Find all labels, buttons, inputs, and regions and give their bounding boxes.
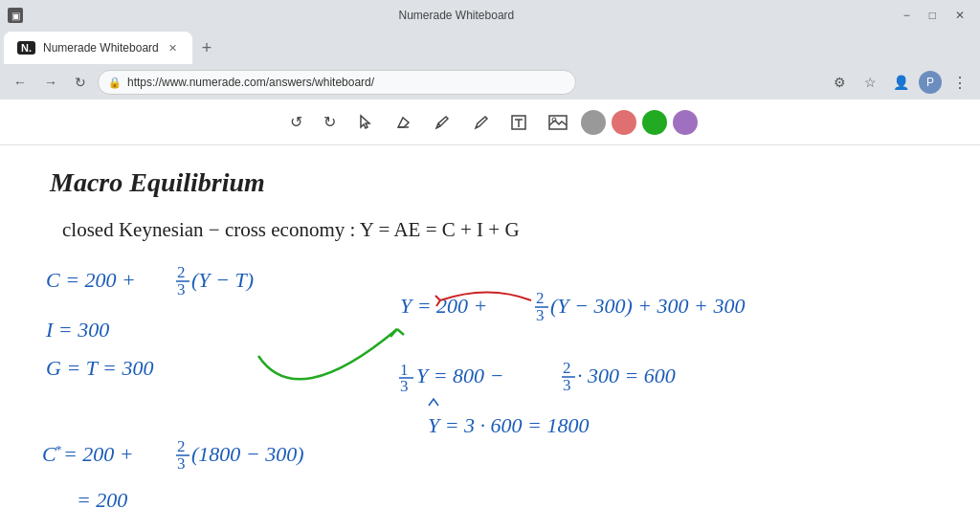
svg-text:Y = 800 −: Y = 800 − <box>416 364 503 387</box>
cursor-icon <box>357 114 374 131</box>
pen-icon <box>434 114 451 131</box>
select-tool-button[interactable] <box>349 108 382 137</box>
eraser-tool-button[interactable] <box>388 108 420 137</box>
pen-tool-button[interactable] <box>426 108 458 137</box>
svg-text:C = 200 +: C = 200 + <box>46 268 136 292</box>
svg-text:closed  Keynesian − cross  eco: closed Keynesian − cross economy : Y = A… <box>62 218 520 241</box>
redo-button[interactable]: ↻ <box>316 107 344 137</box>
lock-icon: 🔒 <box>108 77 122 89</box>
image-icon <box>548 114 568 131</box>
tab-favicon: N. <box>17 41 35 55</box>
text-icon <box>510 114 527 131</box>
whiteboard-canvas[interactable]: Macro Equilibrium closed Keynesian − cro… <box>0 145 980 530</box>
svg-text:(Y − T): (Y − T) <box>191 268 254 292</box>
address-bar[interactable]: 🔒 https://www.numerade.com/answers/white… <box>98 70 576 95</box>
forward-button[interactable]: → <box>38 71 63 94</box>
svg-text:Y = 3 · 600 = 1800: Y = 3 · 600 = 1800 <box>428 413 589 437</box>
svg-text:I = 300: I = 300 <box>45 318 109 342</box>
refresh-button[interactable]: ↻ <box>69 71 92 94</box>
svg-text:= 200 +: = 200 + <box>63 442 134 466</box>
svg-text:3: 3 <box>536 306 545 324</box>
svg-text:3: 3 <box>177 454 186 473</box>
eraser-icon <box>395 114 412 131</box>
color-purple[interactable] <box>673 110 698 135</box>
bookmark-button[interactable]: ☆ <box>858 70 882 95</box>
svg-text:(Y − 300) + 300 + 300: (Y − 300) + 300 + 300 <box>550 294 745 318</box>
svg-text:2: 2 <box>536 289 545 307</box>
undo-button[interactable]: ↺ <box>282 107 310 137</box>
profile-avatar[interactable]: P <box>919 71 942 94</box>
svg-text:C: C <box>42 442 56 466</box>
svg-line-1 <box>438 123 440 126</box>
color-pink[interactable] <box>612 110 636 135</box>
special-pen-button[interactable] <box>464 108 497 137</box>
new-tab-button[interactable]: + <box>194 38 220 58</box>
svg-text:2: 2 <box>177 263 186 281</box>
window-title: Numerade Whiteboard <box>27 9 886 22</box>
svg-text:3: 3 <box>400 377 409 395</box>
svg-text:3: 3 <box>563 376 571 394</box>
svg-text:*: * <box>56 442 62 456</box>
maximize-button[interactable]: □ <box>922 5 944 26</box>
svg-text:· 300 = 600: · 300 = 600 <box>577 364 676 387</box>
tab-title: Numerade Whiteboard <box>43 41 159 55</box>
whiteboard-svg: Macro Equilibrium closed Keynesian − cro… <box>0 145 980 530</box>
svg-text:3: 3 <box>177 280 186 298</box>
text-tool-button[interactable] <box>502 108 535 137</box>
svg-text:G = T = 300: G = T = 300 <box>46 356 153 380</box>
url-text: https://www.numerade.com/answers/whitebo… <box>127 76 374 89</box>
svg-text:Y = 200 +: Y = 200 + <box>400 294 487 318</box>
image-tool-button[interactable] <box>541 108 575 137</box>
color-gray[interactable] <box>581 110 606 135</box>
drawing-toolbar: ↺ ↻ <box>0 99 980 145</box>
color-green[interactable] <box>642 110 667 135</box>
svg-text:= 200: = 200 <box>77 488 127 512</box>
svg-text:Macro  Equilibrium: Macro Equilibrium <box>49 167 265 197</box>
svg-text:2: 2 <box>563 359 571 377</box>
back-button[interactable]: ← <box>8 71 33 94</box>
extensions-button[interactable]: ⚙ <box>827 70 852 95</box>
account-button[interactable]: 👤 <box>888 70 913 95</box>
marker-icon <box>472 114 489 131</box>
active-tab[interactable]: N. Numerade Whiteboard ✕ <box>4 32 192 64</box>
tab-close-button[interactable]: ✕ <box>167 40 179 56</box>
menu-button[interactable]: ⋮ <box>947 70 972 95</box>
svg-text:2: 2 <box>177 437 186 455</box>
minimize-button[interactable]: − <box>896 5 918 26</box>
close-button[interactable]: ✕ <box>947 5 972 26</box>
app-icon: ▣ <box>8 8 23 23</box>
svg-text:(1800 − 300): (1800 − 300) <box>191 442 304 466</box>
